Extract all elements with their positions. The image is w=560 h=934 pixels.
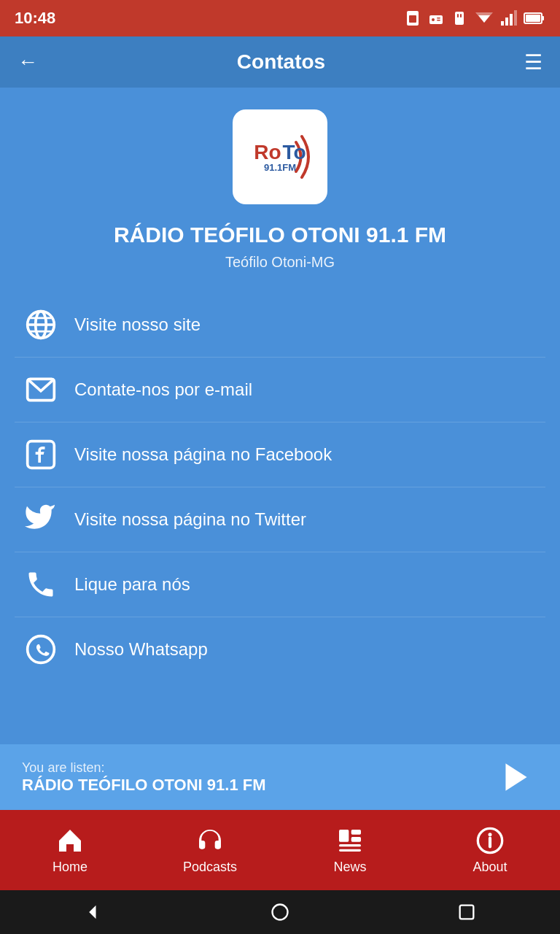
contact-whatsapp-label: Nosso Whatsapp — [74, 639, 208, 660]
svg-point-34 — [489, 833, 492, 836]
top-nav: ← Contatos ☰ — [0, 36, 560, 88]
android-nav-bar — [0, 890, 560, 934]
android-recents-button[interactable] — [448, 894, 485, 930]
contact-list: Visite nosso site Contate-nos por e-mail… — [15, 293, 545, 682]
svg-rect-12 — [505, 18, 508, 26]
contact-email-label: Contate-nos por e-mail — [74, 379, 252, 400]
facebook-icon — [22, 436, 60, 474]
main-content: Ro To 91.1FM RÁDIO TEÓFILO OTONI 91.1 FM… — [0, 88, 560, 744]
nav-news-label: News — [333, 860, 366, 875]
contact-whatsapp[interactable]: Nosso Whatsapp — [15, 617, 545, 682]
logo-ro: Ro — [254, 142, 281, 163]
svg-rect-5 — [437, 20, 440, 21]
svg-rect-27 — [339, 830, 349, 842]
svg-rect-31 — [351, 837, 361, 842]
player-info: You are listen: RÁDIO TEÓFILO OTONI 91.1… — [22, 760, 266, 795]
info-icon — [475, 826, 505, 855]
svg-point-3 — [432, 18, 435, 21]
home-icon — [55, 826, 85, 855]
contact-website[interactable]: Visite nosso site — [15, 293, 545, 358]
svg-rect-11 — [501, 21, 504, 26]
nav-podcasts[interactable]: Podcasts — [140, 819, 280, 882]
svg-marker-35 — [89, 906, 96, 919]
nav-podcasts-label: Podcasts — [183, 860, 237, 875]
logo-fm: 91.1FM — [264, 163, 296, 172]
svg-rect-7 — [457, 14, 459, 18]
svg-rect-2 — [429, 15, 443, 24]
back-button[interactable]: ← — [18, 50, 38, 74]
play-button[interactable] — [494, 755, 538, 799]
globe-icon — [22, 306, 60, 344]
svg-rect-13 — [510, 14, 513, 26]
svg-rect-16 — [542, 16, 544, 20]
bottom-nav: Home Podcasts News About — [0, 810, 560, 890]
contact-phone-label: Lique para nós — [74, 574, 190, 595]
svg-rect-14 — [514, 10, 517, 26]
nav-about-label: About — [472, 860, 507, 875]
contact-twitter[interactable]: Visite nossa página no Twitter — [15, 487, 545, 552]
svg-point-36 — [273, 905, 288, 920]
svg-rect-37 — [460, 906, 474, 919]
twitter-icon — [22, 501, 60, 539]
svg-marker-26 — [505, 763, 526, 791]
android-home-button[interactable] — [262, 894, 298, 930]
contact-email[interactable]: Contate-nos por e-mail — [15, 358, 545, 422]
contact-facebook[interactable]: Visite nossa página no Facebook — [15, 422, 545, 487]
player-bar: You are listen: RÁDIO TEÓFILO OTONI 91.1… — [0, 744, 560, 810]
signal-icon — [500, 9, 518, 27]
radio-icon — [427, 9, 445, 27]
svg-rect-6 — [455, 12, 464, 25]
email-icon — [22, 371, 60, 409]
svg-point-25 — [28, 636, 55, 663]
nav-about[interactable]: About — [420, 819, 560, 882]
contact-phone[interactable]: Lique para nós — [15, 552, 545, 617]
radio-name: RÁDIO TEÓFILO OTONI 91.1 FM — [114, 222, 446, 248]
sd-icon — [451, 9, 468, 27]
status-time: 10:48 — [15, 9, 55, 28]
headphones-icon — [195, 826, 225, 855]
player-listening-text: You are listen: — [22, 760, 266, 776]
svg-rect-30 — [339, 849, 361, 851]
battery-icon — [524, 9, 545, 27]
whatsapp-icon — [22, 630, 60, 668]
news-icon — [335, 826, 365, 855]
svg-rect-17 — [526, 15, 540, 22]
svg-rect-8 — [460, 14, 462, 18]
nav-home[interactable]: Home — [0, 819, 140, 882]
player-station-name: RÁDIO TEÓFILO OTONI 91.1 FM — [22, 776, 266, 795]
wifi-icon — [474, 9, 494, 27]
page-title: Contatos — [237, 50, 325, 74]
svg-rect-28 — [351, 830, 361, 835]
nav-news[interactable]: News — [280, 819, 420, 882]
svg-rect-1 — [409, 15, 416, 23]
status-bar: 10:48 — [0, 0, 560, 36]
contact-website-label: Visite nosso site — [74, 314, 201, 335]
android-back-button[interactable] — [75, 894, 112, 930]
svg-marker-10 — [475, 12, 493, 23]
contact-twitter-label: Visite nossa página no Twitter — [74, 509, 306, 530]
contact-facebook-label: Visite nossa página no Facebook — [74, 444, 332, 465]
svg-rect-4 — [437, 18, 440, 19]
nav-home-label: Home — [52, 860, 88, 875]
status-icons — [404, 9, 545, 27]
logo-to: To — [283, 142, 306, 163]
station-logo: Ro To 91.1FM — [233, 109, 327, 204]
menu-button[interactable]: ☰ — [524, 50, 542, 74]
svg-rect-29 — [339, 844, 361, 846]
phone-icon — [22, 566, 60, 603]
sim-icon — [404, 9, 421, 27]
radio-location: Teófilo Otoni-MG — [225, 254, 335, 271]
